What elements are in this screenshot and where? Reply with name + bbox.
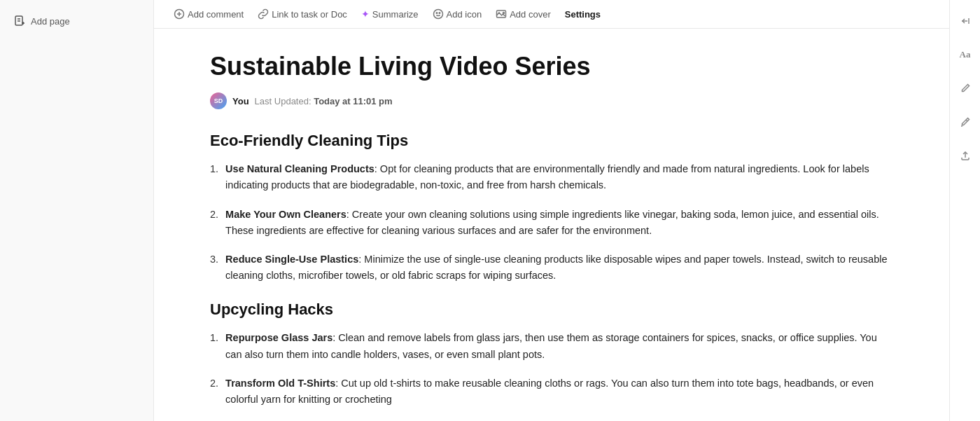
annotate-icon (960, 116, 971, 127)
add-page-label: Add page (31, 16, 70, 27)
avatar: SD (210, 92, 227, 109)
add-icon-button[interactable]: Add icon (427, 6, 488, 22)
svg-point-12 (503, 13, 505, 14)
author-name: You (232, 96, 249, 106)
left-sidebar: Add page (0, 0, 154, 421)
add-icon-label: Add icon (447, 9, 482, 20)
link-task-button[interactable]: Link to task or Doc (252, 6, 353, 22)
add-comment-label: Add comment (188, 9, 244, 20)
image-icon (496, 8, 507, 20)
settings-button[interactable]: Settings (559, 6, 606, 22)
add-comment-button[interactable]: Add comment (168, 6, 249, 22)
add-cover-button[interactable]: Add cover (490, 6, 556, 22)
document-meta: SD You Last Updated: Today at 11:01 pm (210, 92, 893, 109)
summarize-button[interactable]: ✦ Summarize (356, 6, 424, 22)
right-sidebar: Aa (949, 0, 980, 421)
svg-point-8 (433, 10, 442, 19)
list-item: 2. Transform Old T-Shirts: Cut up old t-… (210, 375, 893, 408)
last-updated: Last Updated: Today at 11:01 pm (255, 96, 393, 106)
main-content: Add comment Link to task or Doc ✦ Summar… (154, 0, 949, 421)
list-item: 1. Repurpose Glass Jars: Clean and remov… (210, 330, 893, 362)
add-cover-label: Add cover (510, 9, 551, 20)
share-button[interactable] (955, 146, 975, 165)
section-1-list: 1. Use Natural Cleaning Products: Opt fo… (210, 161, 893, 284)
add-comment-icon (174, 8, 185, 20)
svg-point-10 (439, 13, 440, 14)
collapse-sidebar-button[interactable] (955, 11, 975, 31)
pencil-icon (960, 83, 971, 94)
link-icon (258, 8, 269, 20)
svg-line-15 (966, 120, 967, 121)
settings-label: Settings (565, 9, 601, 20)
annotate-button[interactable] (955, 112, 975, 132)
section-2-list: 1. Repurpose Glass Jars: Clean and remov… (210, 330, 893, 408)
list-item: 3. Reduce Single-Use Plastics: Minimize … (210, 251, 893, 284)
summarize-icon: ✦ (361, 8, 370, 20)
toolbar: Add comment Link to task or Doc ✦ Summar… (154, 0, 949, 29)
add-page-icon (14, 15, 25, 27)
summarize-label: Summarize (372, 9, 419, 20)
edit-button[interactable] (955, 78, 975, 98)
section-heading-2: Upcycling Hacks (210, 301, 893, 319)
document-title: Sustainable Living Video Series (210, 51, 893, 81)
list-item: 1. Use Natural Cleaning Products: Opt fo… (210, 161, 893, 193)
font-size-icon: Aa (960, 49, 971, 60)
link-task-label: Link to task or Doc (272, 9, 347, 20)
emoji-icon (433, 8, 444, 20)
collapse-icon (960, 15, 971, 27)
upload-icon (960, 150, 971, 161)
section-heading-1: Eco-Friendly Cleaning Tips (210, 132, 893, 150)
font-size-button[interactable]: Aa (955, 45, 975, 64)
list-item: 2. Make Your Own Cleaners: Create your o… (210, 207, 893, 239)
document-area: Sustainable Living Video Series SD You L… (154, 29, 949, 421)
add-page-button[interactable]: Add page (8, 11, 145, 31)
svg-point-9 (436, 13, 438, 14)
